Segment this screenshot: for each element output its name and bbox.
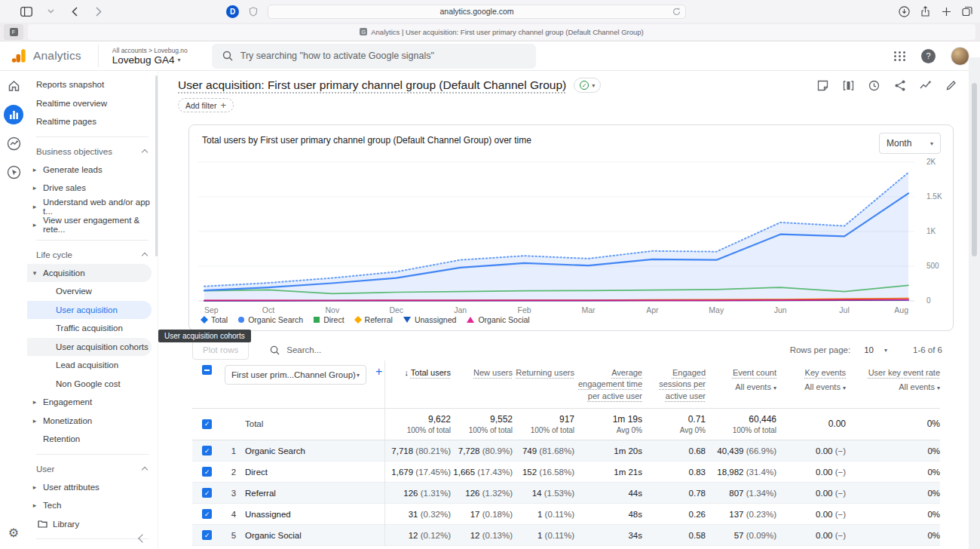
avatar[interactable] bbox=[951, 47, 969, 66]
interval-select[interactable]: Month ▾ bbox=[879, 133, 941, 154]
sidebar-item-user-attributes[interactable]: ▸User attributes bbox=[27, 478, 152, 497]
insights-icon[interactable] bbox=[919, 79, 932, 92]
sidebar-item-realtime-pages[interactable]: Realtime pages bbox=[27, 112, 152, 131]
legend-item-unassigned[interactable]: Unassigned bbox=[403, 315, 456, 324]
sidebar-item-user-acquisition[interactable]: User acquisition bbox=[27, 301, 152, 320]
sidebar-item-business-objectives[interactable]: Business objectives bbox=[27, 143, 158, 161]
svg-text:Nov: Nov bbox=[325, 305, 339, 314]
page-scrollbar-thumb[interactable] bbox=[972, 83, 977, 256]
column-header-engaged-sessions-per-active-user[interactable]: Engaged sessions per active user bbox=[642, 365, 706, 402]
home-icon[interactable] bbox=[4, 76, 23, 96]
share-report-icon[interactable] bbox=[893, 79, 906, 92]
column-header-key-events[interactable]: Key eventsAll events ▾ bbox=[776, 365, 846, 402]
rows-per-page-select[interactable]: 10 ▾ bbox=[864, 345, 887, 354]
column-header-average-engagement-time-per-active-user[interactable]: Average engagement time per active user bbox=[574, 365, 642, 402]
sidebar-item-retention[interactable]: Retention bbox=[27, 430, 152, 449]
row-checkbox[interactable]: ✓ bbox=[202, 488, 212, 498]
admin-gear-icon[interactable]: ⚙ bbox=[0, 526, 27, 540]
edit-icon[interactable] bbox=[945, 79, 957, 92]
active-tab[interactable]: G Analytics | User acquisition: First us… bbox=[28, 24, 975, 40]
sidebar-item-generate-leads[interactable]: ▸Generate leads bbox=[27, 161, 152, 179]
sidebar-item-drive-sales[interactable]: ▸Drive sales bbox=[27, 179, 152, 198]
column-header-event-count[interactable]: Event countAll events ▾ bbox=[706, 365, 776, 402]
table-row-unassigned[interactable]: ✓ 4 Unassigned31 (0.32%)17 (0.18%)1 (0.1… bbox=[192, 504, 940, 525]
sidebar-item-traffic-acquisition[interactable]: Traffic acquisition bbox=[27, 319, 152, 338]
legend-marker-circle-icon bbox=[238, 317, 244, 323]
sidebar-item-realtime-overview[interactable]: Realtime overview bbox=[27, 94, 152, 113]
events-filter-select[interactable]: All events ▾ bbox=[733, 382, 776, 393]
table-search[interactable]: Search... bbox=[270, 345, 321, 355]
sidebar-item-library[interactable]: Library bbox=[27, 515, 158, 534]
sidebar-item-user[interactable]: User bbox=[27, 460, 158, 478]
tab-overview-icon[interactable] bbox=[960, 5, 974, 18]
column-header-total-users[interactable]: ↓ Total users bbox=[384, 365, 451, 402]
row-checkbox[interactable]: ✓ bbox=[202, 509, 212, 519]
table-row-direct[interactable]: ✓ 2 Direct1,679 (17.45%)1,665 (17.43%)15… bbox=[192, 462, 940, 483]
legend-item-direct[interactable]: Direct bbox=[314, 315, 344, 324]
sidebar-item-overview[interactable]: Overview bbox=[27, 282, 152, 301]
sidebar-item-understand-web-and-or-app-t[interactable]: ▸Understand web and/or app t... bbox=[27, 198, 152, 216]
sidebar-item-monetization[interactable]: ▸Monetization bbox=[27, 412, 152, 431]
reports-icon[interactable] bbox=[4, 105, 23, 124]
chevron-down-icon[interactable] bbox=[44, 5, 57, 18]
table-row-referral[interactable]: ✓ 3 Referral126 (1.31%)126 (1.32%)14 (1.… bbox=[192, 483, 940, 504]
row-checkbox[interactable]: ✓ bbox=[202, 467, 212, 477]
forward-button[interactable] bbox=[92, 5, 106, 18]
clock-icon[interactable] bbox=[868, 79, 880, 92]
new-tab-icon[interactable] bbox=[939, 5, 953, 18]
sidebar-toggle-icon[interactable] bbox=[20, 5, 33, 18]
select-all-checkbox[interactable] bbox=[202, 365, 212, 375]
plot-rows-button[interactable]: Plot rows bbox=[192, 340, 249, 360]
sidebar-item-non-google-cost[interactable]: Non Google cost bbox=[27, 375, 152, 394]
row-checkbox[interactable]: ✓ bbox=[202, 419, 212, 429]
row-checkbox[interactable]: ✓ bbox=[202, 446, 212, 455]
dimension-selector[interactable]: First user prim...Channel Group)▾ bbox=[225, 365, 366, 385]
row-checkbox[interactable]: ✓ bbox=[202, 530, 212, 540]
column-header-new-users[interactable]: New users bbox=[451, 365, 513, 402]
add-filter-button[interactable]: Add filter + bbox=[178, 98, 234, 112]
table-row-organic-social[interactable]: ✓ 5 Organic Social12 (0.12%)12 (0.13%)1 … bbox=[192, 525, 940, 546]
legend-item-organic-social[interactable]: Organic Social bbox=[467, 315, 529, 324]
back-button[interactable] bbox=[68, 5, 81, 18]
events-filter-select[interactable]: All events ▾ bbox=[868, 382, 940, 393]
help-icon[interactable]: ? bbox=[921, 49, 936, 63]
url-bar[interactable]: analytics.google.com bbox=[268, 5, 686, 19]
downloads-icon[interactable] bbox=[897, 5, 911, 18]
account-switcher[interactable]: All accounts > Lovebug.no Lovebug GA4▾ bbox=[98, 44, 188, 67]
sidebar-item-engagement[interactable]: ▸Engagement bbox=[27, 393, 152, 412]
page-title[interactable]: User acquisition: First user primary cha… bbox=[178, 78, 566, 92]
sidebar-item-user-acquisition-cohorts[interactable]: User acquisition cohorts bbox=[27, 338, 152, 357]
table-row-organic-search[interactable]: ✓ 1 Organic Search7,718 (80.21%)7,728 (8… bbox=[192, 440, 940, 462]
advertising-icon[interactable] bbox=[4, 162, 23, 182]
add-dimension-button[interactable]: + bbox=[375, 365, 382, 379]
sidebar-item-life-cycle[interactable]: Life cycle bbox=[27, 246, 158, 264]
sidebar-item-reports-snapshot[interactable]: Reports snapshot bbox=[27, 75, 152, 94]
explore-icon[interactable] bbox=[4, 133, 23, 153]
events-filter-select[interactable]: All events ▾ bbox=[804, 382, 846, 393]
reload-icon[interactable] bbox=[669, 5, 683, 18]
privacy-shield-icon[interactable] bbox=[247, 5, 260, 18]
legend-item-organic-search[interactable]: Organic Search bbox=[238, 315, 303, 324]
share-icon[interactable] bbox=[918, 5, 932, 18]
metric-cell: 0.00 (−) bbox=[776, 525, 846, 545]
legend-item-referral[interactable]: Referral bbox=[355, 315, 393, 324]
apps-grid-icon[interactable] bbox=[894, 51, 906, 61]
select-all-cell bbox=[192, 365, 222, 402]
sidebar-item-tech[interactable]: ▸Tech bbox=[27, 496, 152, 515]
comparison-icon[interactable] bbox=[842, 79, 855, 92]
column-header-returning-users[interactable]: Returning users bbox=[513, 365, 574, 402]
analytics-logo: Analytics bbox=[11, 48, 81, 64]
sidebar-item-view-user-engagement-rete[interactable]: ▸View user engagement & rete... bbox=[27, 216, 152, 235]
notes-icon[interactable] bbox=[816, 79, 829, 92]
sidebar-item-acquisition[interactable]: ▾Acquisition bbox=[27, 264, 152, 283]
sidebar-item-lead-acquisition[interactable]: Lead acquisition bbox=[27, 356, 152, 375]
legend-item-total[interactable]: Total bbox=[201, 315, 228, 324]
browser-extension-icon[interactable]: D bbox=[226, 5, 239, 18]
pinned-tab[interactable]: F bbox=[4, 24, 23, 40]
collapse-sidebar-button[interactable] bbox=[139, 534, 145, 543]
column-header-user-key-event-rate[interactable]: User key event rateAll events ▾ bbox=[846, 365, 940, 402]
sidebar-scrollbar[interactable] bbox=[155, 75, 158, 256]
nav-rail: ⚙ bbox=[0, 71, 27, 549]
global-search[interactable]: Try searching "how to activate Google si… bbox=[212, 44, 536, 69]
data-quality-badge[interactable]: ✓ ▾ bbox=[574, 78, 601, 93]
